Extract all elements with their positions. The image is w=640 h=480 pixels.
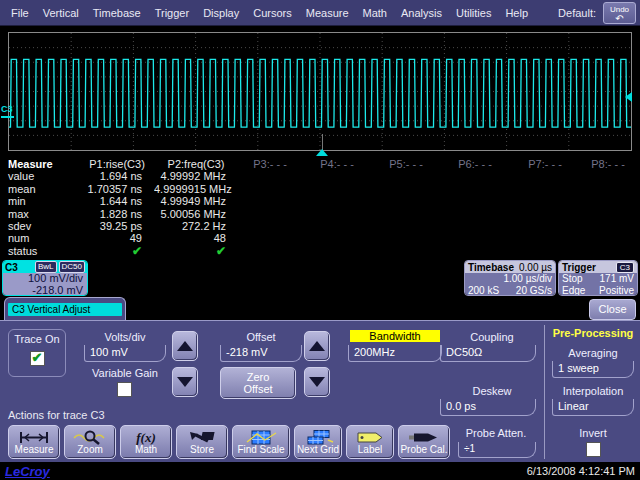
interpolation-field[interactable]: Linear (552, 399, 634, 416)
measure-col-header-p2[interactable]: P2:freq(C3) (154, 158, 238, 170)
bandwidth-label[interactable]: Bandwidth (350, 330, 440, 342)
interpolation-label: Interpolation (546, 385, 640, 397)
timebase-descriptor-box[interactable]: Timebase 0.00 µs 1.00 µs/div 200 kS 20 G… (464, 260, 556, 296)
menu-item-utilities[interactable]: Utilities (456, 7, 491, 19)
measure-icon (16, 430, 52, 445)
deskew-field[interactable]: 0.0 ps (440, 399, 536, 416)
offset-increase-button[interactable] (304, 331, 330, 361)
measure-status-p5 (372, 245, 440, 257)
trace-on-group: Trace On (8, 329, 66, 377)
measure-col-header-p7[interactable]: P7:- - - (510, 158, 580, 170)
variable-gain-checkbox[interactable] (117, 382, 132, 397)
close-button[interactable]: Close (589, 299, 636, 320)
measure-value-p8-min (580, 195, 636, 207)
measure-col-header-p6[interactable]: P6:- - - (440, 158, 510, 170)
find-scale-button[interactable]: Find Scale (232, 425, 290, 459)
trace-on-label: Trace On (9, 333, 65, 345)
probe-cal-button[interactable]: Probe Cal. (398, 425, 450, 459)
label-button[interactable]: Label (346, 425, 394, 459)
menu-item-trigger[interactable]: Trigger (155, 7, 189, 19)
invert-label: Invert (560, 427, 626, 439)
variable-gain-label: Variable Gain (84, 367, 166, 379)
measure-col-header-p3[interactable]: P3:- - - (238, 158, 302, 170)
c3-volts-per-div: 100 mV/div (7, 273, 83, 285)
menu-item-cursors[interactable]: Cursors (253, 7, 292, 19)
clock: 6/13/2008 4:12:41 PM (527, 465, 635, 477)
averaging-field[interactable]: 1 sweep (552, 361, 634, 378)
measure-status-p2: ✔ (154, 245, 238, 257)
label-icon (352, 430, 388, 445)
measure-value-p4-max (302, 208, 372, 220)
measure-row-label-value: value (4, 170, 80, 182)
trigger-position-marker-icon[interactable] (316, 149, 328, 156)
measure-value-p1-min: 1.644 ns (80, 195, 154, 207)
measure-value-p3-num (238, 232, 302, 244)
down-arrow-icon (177, 377, 193, 387)
tab-c3-vertical-adjust[interactable]: C3 Vertical Adjust (4, 297, 126, 321)
menu-item-measure[interactable]: Measure (306, 7, 349, 19)
status-bar: LeCroy 6/13/2008 4:12:41 PM (0, 462, 640, 480)
coupling-field[interactable]: DC50Ω (440, 345, 536, 362)
menu-item-display[interactable]: Display (203, 7, 239, 19)
menu-item-analysis[interactable]: Analysis (401, 7, 442, 19)
menu-item-vertical[interactable]: Vertical (43, 7, 79, 19)
zero-offset-button[interactable]: Zero Offset (220, 367, 296, 399)
volts-div-decrease-button[interactable] (172, 367, 198, 397)
measure-value-p5-min (372, 195, 440, 207)
measure-col-header-p4[interactable]: P4:- - - (302, 158, 372, 170)
measure-col-header-p1[interactable]: P1:rise(C3) (80, 158, 154, 170)
next-grid-button[interactable]: Next Grid (294, 425, 342, 459)
measure-status-p6 (440, 245, 510, 257)
trigger-level-marker-icon[interactable] (625, 92, 632, 102)
trigger-source-badge: C3 (616, 262, 634, 273)
measure-row-label-sdev: sdev (4, 220, 80, 232)
measure-value-p6-num (440, 232, 510, 244)
probe-atten-field[interactable]: ÷1 (458, 442, 536, 458)
measure-value-p2-sdev: 272.2 Hz (154, 220, 238, 232)
measure-value-p7-sdev (510, 220, 580, 232)
undo-icon: ↶ (604, 14, 635, 23)
tab-label: C3 Vertical Adjust (8, 303, 122, 316)
menu-item-help[interactable]: Help (505, 7, 528, 19)
measure-value-p6-sdev (440, 220, 510, 232)
channel-c3-descriptor-box[interactable]: C3 BwL DC50 100 mV/div -218.0 mV (2, 260, 88, 296)
math-button[interactable]: f(x) Math (120, 425, 172, 459)
channel-c3-marker[interactable]: C3 (1, 105, 14, 118)
measure-table-title: Measure (4, 158, 80, 170)
measure-row-label-max: max (4, 208, 80, 220)
bandwidth-field[interactable]: 200MHz (348, 345, 442, 362)
measure-value-p8-mean (580, 183, 636, 195)
measure-value-p3-min (238, 195, 302, 207)
store-button[interactable]: Store (176, 425, 228, 459)
offset-decrease-button[interactable] (304, 367, 330, 397)
offset-field[interactable]: -218 mV (220, 345, 302, 362)
invert-checkbox[interactable] (586, 442, 601, 457)
undo-button[interactable]: Undo ↶ (603, 2, 636, 24)
measure-row-label-num: num (4, 232, 80, 244)
measure-button[interactable]: Measure (8, 425, 60, 459)
menu-item-math[interactable]: Math (363, 7, 387, 19)
measure-col-header-p8[interactable]: P8:- - - (580, 158, 636, 170)
measure-value-p4-min (302, 195, 372, 207)
volts-div-field[interactable]: 100 mV (84, 345, 166, 362)
up-arrow-icon (177, 341, 193, 351)
trigger-level: 171 mV (600, 273, 634, 285)
find-scale-icon (243, 430, 279, 445)
measure-value-p2-mean: 4.9999915 MHz (154, 183, 238, 195)
menu-item-timebase[interactable]: Timebase (93, 7, 141, 19)
trace-on-checkbox[interactable] (30, 351, 45, 366)
up-arrow-icon (309, 341, 325, 351)
measure-col-header-p5[interactable]: P5:- - - (372, 158, 440, 170)
probe-atten-label: Probe Atten. (455, 427, 537, 439)
measure-status-p8 (580, 245, 636, 257)
trigger-descriptor-box[interactable]: Trigger C3 Stop 171 mV Edge Positive (558, 260, 638, 296)
preprocessing-header: Pre-Processing (548, 327, 638, 339)
measure-value-p2-max: 5.00056 MHz (154, 208, 238, 220)
channel-c3-name: C3 (5, 262, 18, 273)
measure-value-p5-mean (372, 183, 440, 195)
zoom-button[interactable]: Zoom (64, 425, 116, 459)
channel-c3-marker-label: C3 (1, 104, 13, 114)
volts-div-increase-button[interactable] (172, 331, 198, 361)
menu-item-file[interactable]: File (11, 7, 29, 19)
measure-value-p4-value (302, 170, 372, 182)
